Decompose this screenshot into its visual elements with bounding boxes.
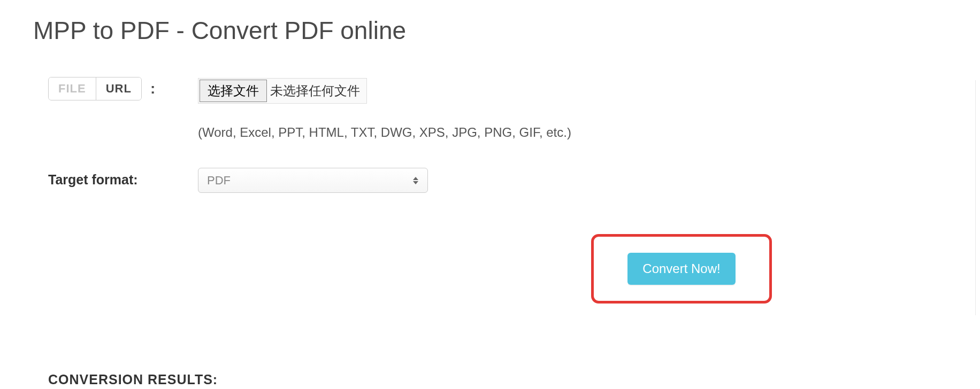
no-file-selected-text: 未选择任何文件 [269,82,366,99]
file-picker: 选择文件 未选择任何文件 [198,78,367,104]
conversion-results-heading: CONVERSION RESULTS: [48,372,218,387]
right-divider [975,80,976,315]
choose-file-button[interactable]: 选择文件 [200,80,267,102]
target-input-col: PDF [198,167,428,193]
target-row: Target format: PDF [48,167,980,193]
conversion-form: FILE URL : 选择文件 未选择任何文件 (Word, Excel, PP… [0,45,980,193]
format-select-wrap: PDF [198,168,428,193]
target-label-col: Target format: [48,172,198,188]
source-row: FILE URL : 选择文件 未选择任何文件 (Word, Excel, PP… [48,77,980,140]
target-format-label: Target format: [48,172,138,188]
source-input-col: 选择文件 未选择任何文件 (Word, Excel, PPT, HTML, TX… [198,77,571,140]
convert-now-button[interactable]: Convert Now! [627,253,735,285]
convert-highlight-box: Convert Now! [591,234,772,304]
file-tab-button[interactable]: FILE [49,77,96,100]
url-tab-button[interactable]: URL [96,77,141,100]
source-toggle-group: FILE URL [48,77,142,100]
target-format-select[interactable]: PDF [198,168,428,193]
colon-label: : [150,80,155,97]
supported-formats-hint: (Word, Excel, PPT, HTML, TXT, DWG, XPS, … [198,125,571,140]
page-title: MPP to PDF - Convert PDF online [0,0,980,45]
source-label-col: FILE URL : [48,77,198,100]
